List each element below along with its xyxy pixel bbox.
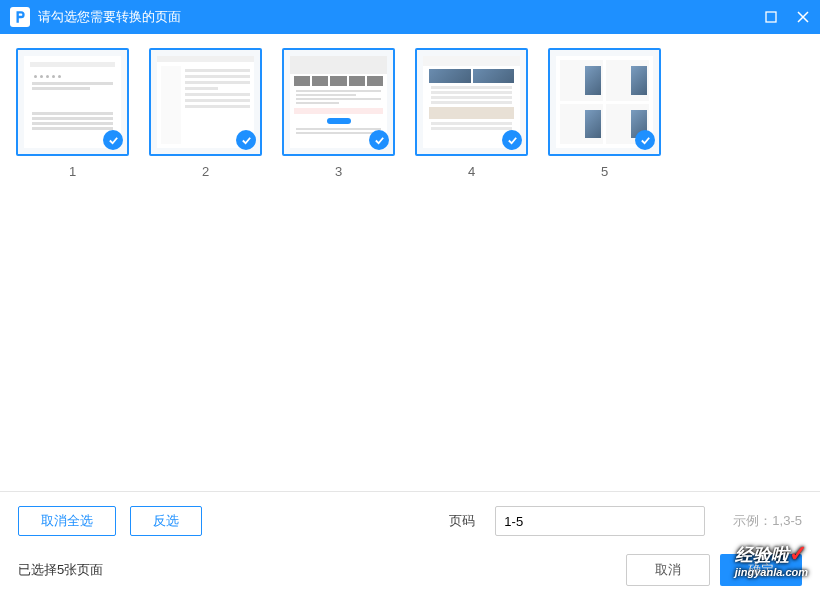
thumbnail-item: 5 xyxy=(548,48,661,179)
selection-status: 已选择5张页面 xyxy=(18,561,626,579)
confirm-button[interactable]: 确定 xyxy=(720,554,802,586)
thumbnail-item: 1 xyxy=(16,48,129,179)
footer-row-1: 取消全选 反选 页码 示例：1,3-5 xyxy=(18,506,802,536)
thumbnail-label: 3 xyxy=(335,164,342,179)
page-range-hint: 示例：1,3-5 xyxy=(733,512,802,530)
thumbnail-label: 2 xyxy=(202,164,209,179)
close-icon[interactable] xyxy=(796,10,810,24)
thumbnail-4[interactable] xyxy=(415,48,528,156)
app-icon xyxy=(10,7,30,27)
content-area: 1 2 xyxy=(0,34,820,488)
cancel-button[interactable]: 取消 xyxy=(626,554,710,586)
check-icon xyxy=(236,130,256,150)
maximize-icon[interactable] xyxy=(764,10,778,24)
thumbnail-2[interactable] xyxy=(149,48,262,156)
thumbnail-item: 3 xyxy=(282,48,395,179)
thumbnail-1[interactable] xyxy=(16,48,129,156)
thumbnail-grid: 1 2 xyxy=(16,48,804,179)
window-controls xyxy=(764,10,810,24)
check-icon xyxy=(103,130,123,150)
page-range-label: 页码 xyxy=(449,512,475,530)
titlebar: 请勾选您需要转换的页面 xyxy=(0,0,820,34)
thumbnail-item: 2 xyxy=(149,48,262,179)
invert-selection-button[interactable]: 反选 xyxy=(130,506,202,536)
thumbnail-item: 4 xyxy=(415,48,528,179)
thumbnail-label: 4 xyxy=(468,164,475,179)
check-icon xyxy=(635,130,655,150)
thumbnail-label: 1 xyxy=(69,164,76,179)
thumbnail-label: 5 xyxy=(601,164,608,179)
check-icon xyxy=(502,130,522,150)
footer: 取消全选 反选 页码 示例：1,3-5 已选择5张页面 取消 确定 xyxy=(0,491,820,600)
deselect-all-button[interactable]: 取消全选 xyxy=(18,506,116,536)
thumbnail-3[interactable] xyxy=(282,48,395,156)
window-title: 请勾选您需要转换的页面 xyxy=(38,8,764,26)
page-range-input[interactable] xyxy=(495,506,705,536)
thumbnail-5[interactable] xyxy=(548,48,661,156)
footer-row-2: 已选择5张页面 取消 确定 xyxy=(18,554,802,586)
svg-rect-0 xyxy=(766,12,776,22)
check-icon xyxy=(369,130,389,150)
